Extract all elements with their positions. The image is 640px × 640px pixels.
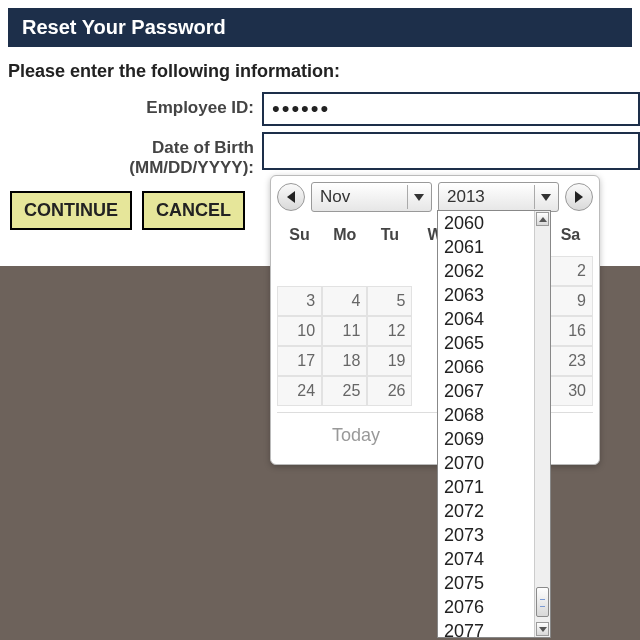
year-select[interactable]: 2013 bbox=[438, 182, 559, 212]
month-select-value: Nov bbox=[320, 187, 350, 207]
datepicker-header: Nov 2013 bbox=[277, 182, 593, 212]
day-abbrev: Tu bbox=[367, 220, 412, 256]
year-option[interactable]: 2069 bbox=[438, 427, 534, 451]
caret-down-icon bbox=[414, 194, 424, 201]
datepicker-day-cell bbox=[322, 256, 367, 286]
datepicker-day-cell[interactable]: 12 bbox=[367, 316, 412, 346]
datepicker-day-cell[interactable]: 23 bbox=[548, 346, 593, 376]
year-dropdown-list: 2060206120622063206420652066206720682069… bbox=[437, 210, 551, 638]
employee-id-input[interactable] bbox=[262, 92, 640, 126]
scroll-up-button[interactable] bbox=[536, 212, 549, 226]
day-abbrev: Mo bbox=[322, 220, 367, 256]
row-employee-id: Employee ID: bbox=[0, 92, 640, 126]
label-dob: Date of Birth (MM/DD/YYYY): bbox=[0, 132, 262, 177]
datepicker-day-cell[interactable]: 17 bbox=[277, 346, 322, 376]
datepicker-day-cell[interactable]: 5 bbox=[367, 286, 412, 316]
year-option[interactable]: 2060 bbox=[438, 211, 534, 235]
year-option-list: 2060206120622063206420652066206720682069… bbox=[438, 211, 534, 637]
day-abbrev: Sa bbox=[548, 220, 593, 256]
datepicker-day-cell bbox=[367, 256, 412, 286]
datepicker-day-cell[interactable]: 16 bbox=[548, 316, 593, 346]
datepicker-day-cell[interactable]: 11 bbox=[322, 316, 367, 346]
datepicker-day-cell[interactable]: 19 bbox=[367, 346, 412, 376]
year-option[interactable]: 2074 bbox=[438, 547, 534, 571]
year-option[interactable]: 2073 bbox=[438, 523, 534, 547]
triangle-down-icon bbox=[539, 627, 547, 632]
year-option[interactable]: 2066 bbox=[438, 355, 534, 379]
year-option[interactable]: 2064 bbox=[438, 307, 534, 331]
label-dob-line2: (MM/DD/YYYY): bbox=[129, 158, 254, 177]
datepicker-day-cell[interactable]: 9 bbox=[548, 286, 593, 316]
year-option[interactable]: 2061 bbox=[438, 235, 534, 259]
year-option[interactable]: 2077 bbox=[438, 619, 534, 637]
year-option[interactable]: 2075 bbox=[438, 571, 534, 595]
month-select[interactable]: Nov bbox=[311, 182, 432, 212]
datepicker-day-cell[interactable]: 30 bbox=[548, 376, 593, 406]
today-button[interactable]: Today bbox=[277, 413, 435, 458]
datepicker-day-cell[interactable]: 4 bbox=[322, 286, 367, 316]
cancel-button[interactable]: CANCEL bbox=[142, 191, 245, 230]
caret-down-icon bbox=[541, 194, 551, 201]
day-abbrev: Su bbox=[277, 220, 322, 256]
year-option[interactable]: 2071 bbox=[438, 475, 534, 499]
label-employee-id: Employee ID: bbox=[0, 92, 262, 118]
next-month-button[interactable] bbox=[565, 183, 593, 211]
datepicker-day-cell[interactable]: 3 bbox=[277, 286, 322, 316]
triangle-up-icon bbox=[539, 217, 547, 222]
scroll-thumb[interactable] bbox=[536, 587, 549, 617]
chevron-right-icon bbox=[575, 191, 583, 203]
continue-button[interactable]: CONTINUE bbox=[10, 191, 132, 230]
year-option[interactable]: 2070 bbox=[438, 451, 534, 475]
year-option[interactable]: 2067 bbox=[438, 379, 534, 403]
prev-month-button[interactable] bbox=[277, 183, 305, 211]
year-option[interactable]: 2063 bbox=[438, 283, 534, 307]
datepicker-day-cell[interactable]: 10 bbox=[277, 316, 322, 346]
year-select-value: 2013 bbox=[447, 187, 485, 207]
scroll-down-button[interactable] bbox=[536, 622, 549, 636]
datepicker-day-cell[interactable]: 18 bbox=[322, 346, 367, 376]
chevron-left-icon bbox=[287, 191, 295, 203]
year-option[interactable]: 2076 bbox=[438, 595, 534, 619]
label-dob-line1: Date of Birth bbox=[152, 138, 254, 157]
dob-input[interactable] bbox=[262, 132, 640, 170]
datepicker-day-cell[interactable]: 25 bbox=[322, 376, 367, 406]
year-option[interactable]: 2068 bbox=[438, 403, 534, 427]
year-option[interactable]: 2065 bbox=[438, 331, 534, 355]
datepicker-day-cell[interactable]: 26 bbox=[367, 376, 412, 406]
year-option[interactable]: 2062 bbox=[438, 259, 534, 283]
page-title: Reset Your Password bbox=[8, 8, 632, 47]
datepicker-day-cell[interactable]: 24 bbox=[277, 376, 322, 406]
year-option[interactable]: 2072 bbox=[438, 499, 534, 523]
row-dob: Date of Birth (MM/DD/YYYY): bbox=[0, 132, 640, 177]
datepicker-day-cell[interactable]: 2 bbox=[548, 256, 593, 286]
instruction-text: Please enter the following information: bbox=[0, 47, 640, 92]
year-scrollbar[interactable] bbox=[534, 211, 550, 637]
datepicker-day-cell bbox=[277, 256, 322, 286]
